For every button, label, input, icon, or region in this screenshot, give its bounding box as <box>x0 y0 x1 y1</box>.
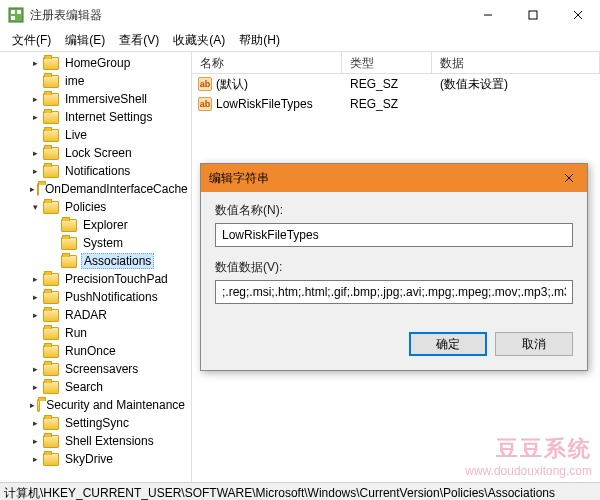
expand-icon[interactable] <box>30 76 41 87</box>
tree-node[interactable]: ▸SkyDrive <box>0 450 191 468</box>
tree-label: Screensavers <box>63 362 140 376</box>
maximize-button[interactable] <box>510 0 555 30</box>
folder-icon <box>43 165 59 178</box>
registry-tree[interactable]: ▸HomeGroupime▸ImmersiveShell▸Internet Se… <box>0 52 192 482</box>
tree-node[interactable]: ▸Shell Extensions <box>0 432 191 450</box>
expand-icon[interactable] <box>30 346 41 357</box>
tree-node[interactable]: ▸Search <box>0 378 191 396</box>
tree-label: Security and Maintenance <box>44 398 187 412</box>
menu-view[interactable]: 查看(V) <box>113 30 165 51</box>
svg-rect-1 <box>11 10 15 14</box>
folder-icon <box>43 273 59 286</box>
tree-node[interactable]: ▸RADAR <box>0 306 191 324</box>
ok-button[interactable]: 确定 <box>409 332 487 356</box>
tree-node[interactable]: ▸Security and Maintenance <box>0 396 191 414</box>
folder-icon <box>43 453 59 466</box>
tree-label: Run <box>63 326 89 340</box>
tree-node[interactable]: RunOnce <box>0 342 191 360</box>
expand-icon[interactable] <box>30 328 41 339</box>
tree-node[interactable]: ▸Internet Settings <box>0 108 191 126</box>
tree-label: ImmersiveShell <box>63 92 149 106</box>
expand-icon[interactable]: ▸ <box>30 184 35 195</box>
folder-icon <box>61 237 77 250</box>
col-data[interactable]: 数据 <box>432 52 600 73</box>
expand-icon[interactable]: ▸ <box>30 112 41 123</box>
folder-icon <box>43 381 59 394</box>
expand-icon[interactable] <box>30 130 41 141</box>
expand-icon[interactable]: ▸ <box>30 274 41 285</box>
expand-icon[interactable]: ▸ <box>30 436 41 447</box>
tree-node[interactable]: ▸Notifications <box>0 162 191 180</box>
tree-node[interactable]: Associations <box>0 252 191 270</box>
tree-label: Internet Settings <box>63 110 154 124</box>
cancel-button[interactable]: 取消 <box>495 332 573 356</box>
menu-file[interactable]: 文件(F) <box>6 30 57 51</box>
folder-icon <box>43 345 59 358</box>
window-title: 注册表编辑器 <box>30 7 465 24</box>
close-button[interactable] <box>555 0 600 30</box>
tree-label: System <box>81 236 125 250</box>
tree-node[interactable]: ime <box>0 72 191 90</box>
folder-icon <box>43 417 59 430</box>
folder-icon <box>37 399 40 412</box>
expand-icon[interactable]: ▸ <box>30 364 41 375</box>
menu-edit[interactable]: 编辑(E) <box>59 30 111 51</box>
list-row[interactable]: ab(默认)REG_SZ(数值未设置) <box>192 74 600 94</box>
tree-node[interactable]: Live <box>0 126 191 144</box>
tree-label: RunOnce <box>63 344 118 358</box>
dialog-close-button[interactable] <box>559 168 579 188</box>
folder-icon <box>43 363 59 376</box>
expand-icon[interactable] <box>48 256 59 267</box>
expand-icon[interactable] <box>48 220 59 231</box>
tree-node[interactable]: ▸Screensavers <box>0 360 191 378</box>
folder-icon <box>43 75 59 88</box>
tree-label: Associations <box>81 253 154 269</box>
expand-icon[interactable]: ▸ <box>30 418 41 429</box>
tree-node[interactable]: ▸Lock Screen <box>0 144 191 162</box>
tree-node[interactable]: System <box>0 234 191 252</box>
svg-rect-5 <box>529 11 537 19</box>
tree-node[interactable]: Explorer <box>0 216 191 234</box>
expand-icon[interactable]: ▸ <box>30 94 41 105</box>
menu-favorites[interactable]: 收藏夹(A) <box>167 30 231 51</box>
tree-label: Lock Screen <box>63 146 134 160</box>
folder-icon <box>61 219 77 232</box>
expand-icon[interactable]: ▸ <box>30 382 41 393</box>
folder-icon <box>43 147 59 160</box>
expand-icon[interactable]: ▸ <box>30 292 41 303</box>
expand-icon[interactable]: ▸ <box>30 148 41 159</box>
expand-icon[interactable]: ▸ <box>30 166 41 177</box>
tree-node[interactable]: ▸PushNotifications <box>0 288 191 306</box>
string-value-icon: ab <box>198 77 212 91</box>
value-name-input[interactable] <box>215 223 573 247</box>
expand-icon[interactable] <box>48 238 59 249</box>
col-name[interactable]: 名称 <box>192 52 342 73</box>
tree-label: Explorer <box>81 218 130 232</box>
tree-node[interactable]: Run <box>0 324 191 342</box>
tree-node[interactable]: ▸HomeGroup <box>0 54 191 72</box>
expand-icon[interactable]: ▾ <box>30 202 41 213</box>
tree-node[interactable]: ▸OnDemandInterfaceCache <box>0 180 191 198</box>
tree-node[interactable]: ▸ImmersiveShell <box>0 90 191 108</box>
col-type[interactable]: 类型 <box>342 52 432 73</box>
edit-string-dialog: 编辑字符串 数值名称(N): 数值数据(V): 确定 取消 <box>200 163 588 371</box>
list-row[interactable]: abLowRiskFileTypesREG_SZ <box>192 94 600 114</box>
folder-icon <box>43 435 59 448</box>
titlebar: 注册表编辑器 <box>0 0 600 30</box>
value-data-input[interactable] <box>215 280 573 304</box>
tree-label: Notifications <box>63 164 132 178</box>
minimize-button[interactable] <box>465 0 510 30</box>
expand-icon[interactable]: ▸ <box>30 58 41 69</box>
dialog-titlebar[interactable]: 编辑字符串 <box>201 164 587 192</box>
value-name: (默认) <box>216 76 248 93</box>
value-name-label: 数值名称(N): <box>215 202 573 219</box>
expand-icon[interactable]: ▸ <box>30 400 35 411</box>
menu-help[interactable]: 帮助(H) <box>233 30 286 51</box>
expand-icon[interactable]: ▸ <box>30 310 41 321</box>
tree-node[interactable]: ▸PrecisionTouchPad <box>0 270 191 288</box>
tree-node[interactable]: ▸SettingSync <box>0 414 191 432</box>
tree-node[interactable]: ▾Policies <box>0 198 191 216</box>
list-header: 名称 类型 数据 <box>192 52 600 74</box>
expand-icon[interactable]: ▸ <box>30 454 41 465</box>
tree-label: Live <box>63 128 89 142</box>
